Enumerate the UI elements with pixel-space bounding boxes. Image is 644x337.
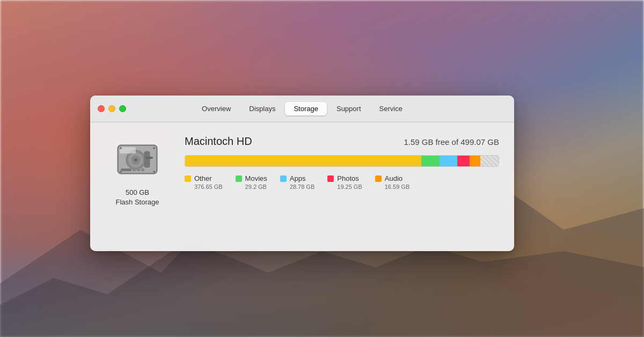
- legend-name-photos: Photos: [337, 174, 358, 182]
- svg-point-16: [153, 147, 155, 149]
- titlebar: Overview Displays Storage Support Servic…: [90, 96, 514, 122]
- tab-support[interactable]: Support: [328, 102, 370, 115]
- legend-audio: Audio 16.59 GB: [375, 174, 409, 190]
- about-this-mac-window: Overview Displays Storage Support Servic…: [90, 96, 514, 251]
- svg-point-17: [120, 171, 122, 173]
- storage-bar: [185, 155, 499, 167]
- tab-displays[interactable]: Displays: [240, 102, 284, 115]
- bar-audio: [470, 156, 480, 166]
- maximize-button[interactable]: [119, 105, 126, 112]
- legend-apps: Apps 28.78 GB: [280, 174, 314, 190]
- legend-dot-movies: [236, 175, 242, 182]
- legend-photos: Photos 19.25 GB: [327, 174, 362, 190]
- svg-point-7: [134, 158, 137, 162]
- svg-point-15: [120, 147, 122, 149]
- svg-rect-13: [141, 169, 144, 171]
- legend-movies: Movies 29.2 GB: [236, 174, 267, 190]
- hdd-icon: [113, 135, 162, 184]
- traffic-lights: [98, 105, 126, 112]
- legend-size-audio: 16.59 GB: [375, 184, 409, 190]
- tab-service[interactable]: Service: [371, 102, 411, 115]
- svg-point-18: [153, 171, 155, 173]
- legend-size-photos: 19.25 GB: [327, 184, 362, 190]
- bar-apps: [440, 156, 457, 166]
- legend-size-apps: 28.78 GB: [280, 184, 314, 190]
- legend-name-other: Other: [194, 174, 212, 182]
- storage-section: Macintoch HD 1.59 GB free of 499.07 GB O…: [185, 135, 499, 190]
- svg-rect-12: [137, 169, 140, 171]
- tab-storage[interactable]: Storage: [285, 102, 327, 115]
- legend-dot-other: [185, 175, 191, 182]
- svg-rect-8: [144, 151, 150, 167]
- bar-free: [480, 156, 499, 166]
- legend-size-movies: 29.2 GB: [236, 184, 267, 190]
- storage-legend: Other 376.65 GB Movies 29.2 GB Apps: [185, 174, 499, 190]
- svg-rect-9: [145, 157, 153, 159]
- svg-rect-10: [121, 169, 131, 171]
- drive-capacity-label: 500 GB Flash Storage: [116, 188, 159, 207]
- legend-size-other: 376.65 GB: [185, 184, 223, 190]
- legend-name-audio: Audio: [385, 174, 402, 182]
- svg-rect-11: [133, 169, 136, 171]
- legend-dot-photos: [327, 175, 334, 182]
- close-button[interactable]: [98, 105, 105, 112]
- svg-rect-14: [120, 147, 136, 153]
- tab-overview[interactable]: Overview: [193, 102, 239, 115]
- legend-dot-audio: [375, 175, 382, 182]
- bar-photos: [457, 156, 470, 166]
- drive-section: 500 GB Flash Storage: [105, 135, 170, 207]
- disk-free-space: 1.59 GB free of 499.07 GB: [404, 137, 499, 146]
- minimize-button[interactable]: [108, 105, 115, 112]
- bar-other: [185, 156, 421, 166]
- tab-bar: Overview Displays Storage Support Servic…: [193, 102, 411, 115]
- legend-dot-apps: [280, 175, 287, 182]
- legend-name-movies: Movies: [245, 174, 267, 182]
- legend-other: Other 376.65 GB: [185, 174, 223, 190]
- window-content: 500 GB Flash Storage Macintoch HD 1.59 G…: [90, 122, 514, 220]
- disk-name: Macintoch HD: [185, 135, 252, 148]
- legend-name-apps: Apps: [290, 174, 306, 182]
- storage-header: Macintoch HD 1.59 GB free of 499.07 GB: [185, 135, 499, 148]
- bar-movies: [421, 156, 440, 166]
